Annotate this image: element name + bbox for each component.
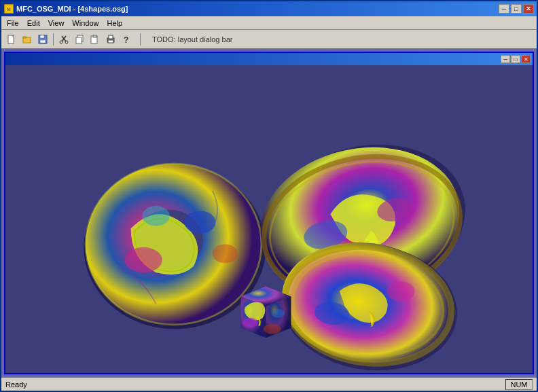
title-bar-left: M MFC_OSG_MDI - [4shapes.osg] — [4, 4, 128, 14]
menu-help[interactable]: Help — [103, 18, 126, 29]
child-title-bar: ─ □ ✕ — [5, 53, 533, 65]
help-button[interactable]: ? — [119, 32, 134, 47]
svg-rect-8 — [40, 40, 46, 43]
svg-rect-5 — [23, 37, 26, 38]
menu-window[interactable]: Window — [68, 18, 103, 29]
mdi-area: ─ □ ✕ — [1, 49, 537, 377]
svg-rect-14 — [76, 37, 82, 43]
svg-rect-3 — [12, 35, 14, 37]
close-button[interactable]: ✕ — [523, 4, 534, 14]
svg-text:?: ? — [124, 35, 128, 44]
minimize-button[interactable]: ─ — [499, 4, 509, 14]
app-icon: M — [4, 4, 14, 14]
toolbar-sep-1 — [53, 33, 54, 46]
svg-point-28 — [213, 244, 238, 263]
child-maximize-button[interactable]: □ — [511, 55, 520, 63]
svg-text:M: M — [7, 7, 11, 12]
paste-button[interactable] — [88, 32, 103, 47]
copy-button[interactable] — [72, 32, 87, 47]
toolbar: ? TODO: layout dialog bar — [1, 30, 537, 49]
print-button[interactable] — [103, 32, 118, 47]
svg-rect-18 — [109, 35, 113, 39]
status-num-panel: NUM — [505, 379, 533, 390]
svg-point-50 — [264, 324, 281, 334]
title-buttons: ─ □ ✕ — [499, 4, 534, 14]
window-title: MFC_OSG_MDI - [4shapes.osg] — [16, 5, 128, 13]
new-button[interactable] — [4, 32, 19, 47]
status-right: NUM — [505, 379, 533, 390]
menu-file[interactable]: File — [3, 18, 23, 29]
open-button[interactable] — [20, 32, 35, 47]
toolbar-todo-text: TODO: layout dialog bar — [152, 35, 232, 43]
menu-edit[interactable]: Edit — [23, 18, 44, 29]
maximize-button[interactable]: □ — [511, 4, 522, 14]
menu-bar: File Edit View Window Help — [1, 16, 537, 30]
save-button[interactable] — [35, 32, 50, 47]
svg-rect-16 — [93, 35, 96, 37]
svg-point-12 — [65, 41, 68, 43]
svg-rect-19 — [108, 40, 113, 43]
svg-point-48 — [243, 318, 257, 328]
status-bar: Ready NUM — [1, 377, 537, 391]
svg-point-29 — [142, 206, 170, 226]
child-window: ─ □ ✕ — [4, 52, 534, 374]
3d-viewport[interactable] — [5, 65, 533, 373]
toolbar-sep-2 — [140, 33, 141, 46]
svg-point-42 — [387, 281, 415, 302]
svg-point-49 — [272, 309, 285, 318]
child-minimize-button[interactable]: ─ — [501, 55, 510, 63]
menu-view[interactable]: View — [44, 18, 69, 29]
shapes-canvas — [5, 65, 533, 373]
cut-button[interactable] — [56, 32, 71, 47]
status-ready-text: Ready — [5, 380, 27, 389]
child-close-button[interactable]: ✕ — [521, 55, 531, 63]
child-title-buttons: ─ □ ✕ — [501, 55, 531, 63]
svg-rect-7 — [40, 35, 44, 38]
title-bar: M MFC_OSG_MDI - [4shapes.osg] ─ □ ✕ — [1, 1, 537, 16]
svg-point-26 — [124, 247, 162, 272]
svg-point-11 — [60, 41, 62, 43]
main-window: M MFC_OSG_MDI - [4shapes.osg] ─ □ ✕ File… — [0, 0, 538, 392]
